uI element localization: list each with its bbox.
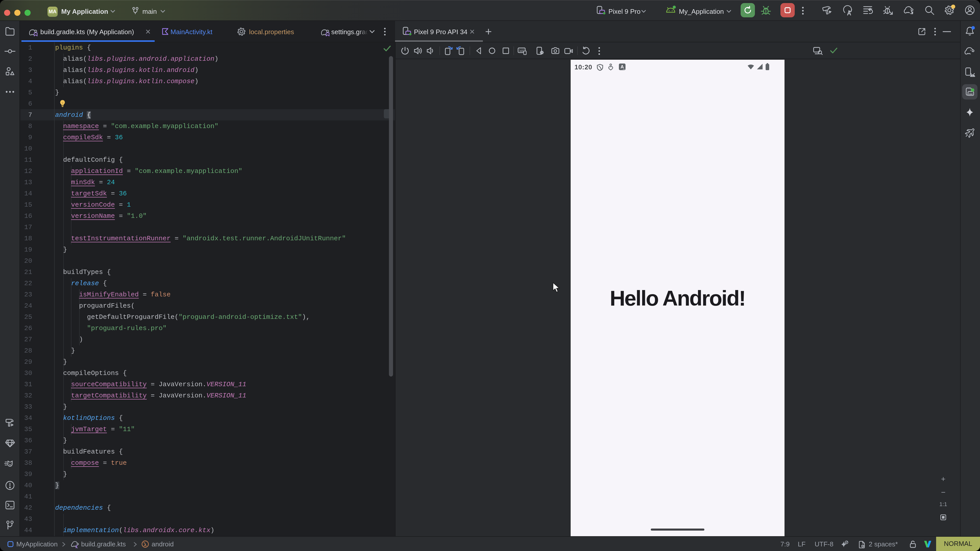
- svg-text:A: A: [620, 64, 624, 69]
